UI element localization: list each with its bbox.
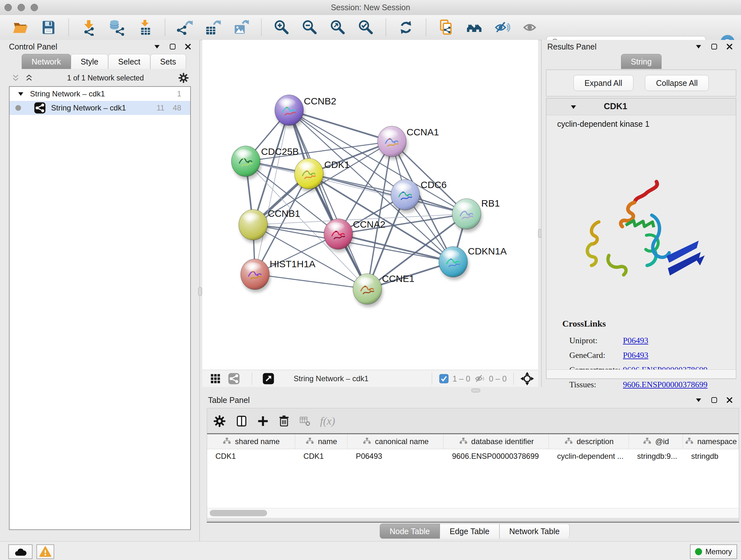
table-settings-gear-icon[interactable] — [213, 415, 226, 428]
network-options-gear-icon[interactable] — [178, 72, 189, 84]
left-splitter-handle[interactable] — [198, 287, 202, 296]
crosslink-value-link[interactable]: P06493 — [623, 351, 648, 360]
hide-selection-button[interactable] — [493, 18, 511, 37]
table-toolbar: f(x) — [213, 410, 335, 432]
network-canvas[interactable]: CCNB2CCNA1CDC25BCDK1CDC6RB1CCNB1CCNA2CDK… — [202, 40, 538, 370]
export-network-button[interactable] — [176, 18, 194, 37]
import-network-button[interactable] — [80, 18, 98, 37]
node-count: 11 — [156, 104, 164, 112]
network-node-ccnb2[interactable] — [275, 95, 305, 128]
tab-network[interactable]: Network — [22, 54, 71, 69]
column-header-canonical-name[interactable]: canonical name — [347, 434, 444, 449]
horizontal-splitter-handle[interactable] — [471, 388, 480, 392]
cloud-button[interactable] — [8, 544, 32, 559]
network-node-ccna1[interactable] — [378, 126, 408, 160]
show-all-button[interactable] — [522, 18, 539, 37]
network-node-cdkn1a[interactable] — [439, 246, 469, 280]
network-edge[interactable] — [255, 274, 367, 289]
zoom-in-button[interactable] — [273, 18, 290, 37]
network-row-selected[interactable]: String Network – cdk1 11 48 — [10, 101, 190, 115]
save-session-button[interactable] — [40, 18, 57, 37]
node-label-cdk1: CDK1 — [324, 159, 350, 170]
tab-sets[interactable]: Sets — [150, 54, 186, 69]
warnings-button[interactable] — [37, 544, 54, 559]
selected-checkbox-icon[interactable] — [439, 374, 449, 383]
tab-network-table[interactable]: Network Table — [499, 523, 569, 539]
float-panel-icon[interactable] — [711, 43, 718, 51]
save-icon — [40, 19, 57, 36]
control-panel-title: Control Panel — [9, 42, 57, 51]
close-panel-icon[interactable] — [726, 43, 733, 51]
import-database-button[interactable] — [108, 18, 126, 37]
collapse-panel-icon[interactable] — [694, 396, 703, 403]
toolbar-buttons — [11, 15, 539, 40]
disclosure-triangle-icon[interactable] — [17, 90, 25, 98]
string-share-icon[interactable] — [228, 373, 240, 385]
table-cell: 9606.ENSP00000378699 — [444, 449, 549, 463]
table-scrollbar-thumb[interactable] — [210, 510, 267, 516]
hidden-eye-slash-icon[interactable] — [474, 374, 486, 384]
column-header--id[interactable]: @id — [629, 434, 683, 449]
zoom-selected-button[interactable] — [357, 18, 375, 37]
open-session-button[interactable] — [11, 18, 29, 37]
crosshair-navigate-icon[interactable] — [520, 372, 534, 386]
network-node-cdc25b[interactable] — [231, 146, 261, 179]
network-node-cdk1[interactable] — [294, 159, 325, 192]
import-table-button[interactable] — [136, 18, 154, 37]
export-table-button[interactable] — [204, 18, 222, 37]
zoom-out-button[interactable] — [300, 18, 319, 37]
section-disclosure-triangle-icon[interactable] — [569, 104, 578, 111]
collapse-panel-icon[interactable] — [694, 43, 703, 50]
crosslink-value-link[interactable]: P06493 — [623, 336, 648, 345]
zoom-fit-button[interactable] — [329, 18, 347, 37]
network-from-selection-button[interactable] — [437, 18, 455, 37]
column-header-database-identifier[interactable]: database identifier — [444, 434, 549, 449]
network-node-ccne1[interactable] — [353, 273, 383, 307]
collapse-all-button[interactable]: Collapse All — [645, 75, 709, 91]
tab-style[interactable]: Style — [71, 54, 109, 69]
expand-all-button[interactable]: Expand All — [574, 75, 633, 91]
node-label-ccnb2: CCNB2 — [304, 96, 336, 106]
network-collection-row[interactable]: String Network – cdk1 1 — [10, 87, 190, 101]
tab-node-table[interactable]: Node Table — [380, 523, 440, 539]
close-panel-icon[interactable] — [726, 396, 733, 404]
expand-all-networks-icon[interactable] — [11, 74, 20, 82]
float-panel-icon[interactable] — [169, 43, 177, 51]
network-edge[interactable] — [255, 110, 289, 274]
close-panel-icon[interactable] — [184, 43, 192, 51]
export-network-icon — [177, 19, 193, 36]
tab-string[interactable]: String — [621, 54, 662, 69]
network-node-rb1[interactable] — [452, 199, 482, 232]
table-row[interactable]: CDK1CDK1P064939606.ENSP00000378699cyclin… — [207, 449, 739, 463]
node-table: shared namenamecanonical namedatabase id… — [207, 433, 739, 509]
home-button[interactable] — [465, 18, 483, 37]
birds-eye-view-icon[interactable] — [262, 373, 274, 385]
crosslink-value-link[interactable]: 9606.ENSP00000378699 — [623, 380, 708, 389]
toolbar-separator — [426, 19, 426, 36]
crosslink-row: GeneCard:P06493 — [562, 348, 728, 363]
float-panel-icon[interactable] — [711, 396, 718, 404]
node-label-hist1h1a: HIST1H1A — [270, 259, 315, 269]
zoom-out-icon — [301, 19, 318, 36]
delete-column-icon[interactable] — [278, 415, 290, 428]
column-header-namespace[interactable]: namespace — [683, 434, 739, 449]
table-scrollbar-trough[interactable] — [207, 508, 739, 518]
memory-button[interactable]: Memory — [690, 544, 737, 559]
show-all-icon — [522, 19, 539, 36]
add-column-icon[interactable] — [257, 415, 269, 427]
network-node-hist1h1a[interactable] — [241, 259, 271, 293]
column-header-description[interactable]: description — [549, 434, 629, 449]
network-node-ccna2[interactable] — [324, 219, 354, 252]
column-header-name[interactable]: name — [295, 434, 347, 449]
collapse-panel-icon[interactable] — [153, 43, 161, 50]
export-image-button[interactable] — [232, 18, 250, 37]
tab-edge-table[interactable]: Edge Table — [440, 523, 499, 539]
apply-layout-button[interactable] — [397, 18, 415, 37]
node-section-header[interactable]: CDK1 — [546, 98, 736, 115]
collapse-all-networks-icon[interactable] — [25, 74, 33, 82]
results-scrollbar-trough[interactable] — [547, 369, 736, 378]
column-header-shared-name[interactable]: shared name — [207, 434, 295, 449]
tab-select[interactable]: Select — [108, 54, 150, 69]
show-columns-icon[interactable] — [235, 415, 248, 428]
thumbnail-grid-icon[interactable] — [210, 373, 221, 384]
